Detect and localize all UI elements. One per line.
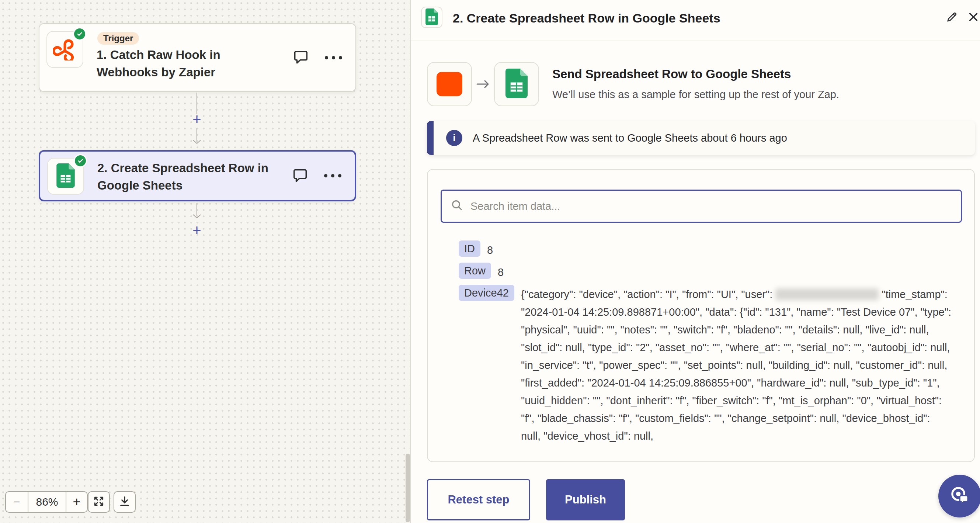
- field-pill: Row: [459, 263, 491, 279]
- item-data-search[interactable]: [441, 190, 962, 223]
- step1-more-options-icon[interactable]: [325, 56, 342, 59]
- webhooks-app-color-block: [436, 72, 462, 96]
- step1-comment-icon[interactable]: [293, 48, 309, 67]
- step1-app-icon-tile: [46, 31, 83, 68]
- zoom-level-label: 86%: [28, 492, 66, 512]
- google-sheets-icon: [506, 69, 528, 100]
- webhooks-icon: [53, 37, 77, 62]
- edit-step-button[interactable]: [945, 10, 959, 25]
- canvas-zoom-controls: − 86% +: [5, 491, 88, 513]
- step2-title: 2. Create Spreadsheet Row in Google Shee…: [97, 159, 274, 194]
- panel-title: 2. Create Spreadsheet Row in Google Shee…: [453, 11, 721, 26]
- step2-more-options-icon[interactable]: [324, 174, 341, 177]
- field-value: 8: [498, 263, 504, 281]
- step2-comment-icon[interactable]: [292, 167, 309, 185]
- close-panel-button[interactable]: [966, 10, 980, 25]
- field-value: 8: [487, 241, 493, 259]
- publish-button[interactable]: Publish: [546, 479, 625, 520]
- zoom-out-button[interactable]: −: [6, 492, 28, 512]
- panel-header: 2. Create Spreadsheet Row in Google Shee…: [411, 0, 980, 41]
- sample-heading: Send Spreadsheet Row to Google Sheets: [552, 67, 791, 81]
- field-rows: ID 8 Row 8 Device42 {"category": "device…: [459, 241, 964, 448]
- step2-success-check-icon: [74, 154, 87, 167]
- download-icon: [119, 495, 130, 509]
- add-step-button-2[interactable]: +: [189, 223, 204, 238]
- pencil-icon: [946, 11, 958, 25]
- panel-header-app-tile: [421, 6, 442, 28]
- connector-arrowhead-icon: [192, 214, 202, 220]
- source-app-tile: [427, 62, 472, 106]
- google-sheets-icon: [56, 163, 75, 189]
- trigger-badge: Trigger: [97, 32, 139, 45]
- redacted-user-value: [775, 289, 878, 300]
- step1-title: 1. Catch Raw Hook in Webhooks by Zapier: [97, 46, 274, 81]
- sample-subheading: We’ll use this as a sample for setting u…: [552, 89, 839, 101]
- step-detail-panel: 2. Create Spreadsheet Row in Google Shee…: [411, 0, 980, 523]
- search-icon: [450, 199, 464, 214]
- add-step-button-1[interactable]: +: [189, 112, 204, 126]
- google-sheets-icon: [425, 8, 438, 27]
- search-input[interactable]: [471, 200, 952, 212]
- canvas-scrollbar-thumb[interactable]: [406, 454, 410, 522]
- step2-app-icon-tile: [47, 158, 84, 195]
- zoom-in-button[interactable]: +: [66, 492, 87, 512]
- field-pill: Device42: [459, 285, 514, 301]
- banner-text: A Spreadsheet Row was sent to Google She…: [473, 132, 787, 144]
- field-pill: ID: [459, 241, 480, 257]
- help-chat-button[interactable]: [938, 475, 980, 517]
- fit-to-view-button[interactable]: [88, 491, 110, 513]
- headset-chat-icon: [948, 484, 971, 508]
- retest-step-button[interactable]: Retest step: [427, 479, 530, 520]
- expand-arrows-icon: [93, 495, 105, 509]
- destination-app-tile: [494, 62, 539, 106]
- field-row-id: ID 8: [459, 241, 964, 259]
- zap-canvas[interactable]: Trigger 1. Catch Raw Hook in Webhooks by…: [0, 0, 411, 523]
- field-value-json: {"category": "device", "action": "I", "f…: [521, 285, 951, 445]
- close-icon: [967, 11, 979, 24]
- info-icon: i: [446, 130, 462, 146]
- field-row-device42: Device42 {"category": "device", "action"…: [459, 285, 964, 445]
- step1-success-check-icon: [73, 27, 86, 41]
- sample-data-card: ID 8 Row 8 Device42 {"category": "device…: [427, 169, 975, 462]
- connector-arrowhead-icon: [192, 139, 202, 146]
- banner-accent-bar: [427, 121, 434, 155]
- step-card-action-selected[interactable]: 2. Create Spreadsheet Row in Google Shee…: [39, 150, 356, 201]
- download-button[interactable]: [113, 491, 136, 513]
- step-card-trigger[interactable]: Trigger 1. Catch Raw Hook in Webhooks by…: [39, 23, 356, 92]
- field-row-row: Row 8: [459, 263, 964, 281]
- arrow-right-icon: [476, 79, 490, 91]
- test-status-banner: i A Spreadsheet Row was sent to Google S…: [427, 121, 975, 155]
